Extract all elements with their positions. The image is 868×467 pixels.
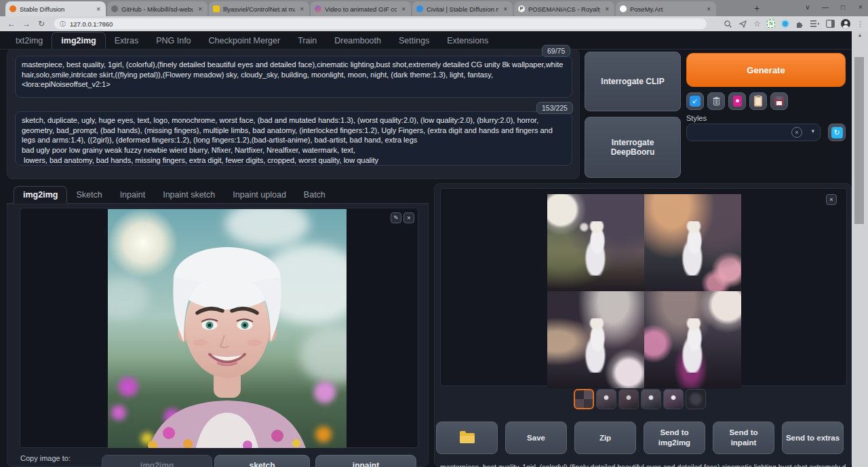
- result-image-grid[interactable]: [547, 194, 741, 388]
- copy-to-inpaint-button[interactable]: inpaint: [315, 455, 416, 467]
- window-minimize-button[interactable]: —: [816, 0, 834, 15]
- result-image-4[interactable]: [644, 291, 741, 388]
- clear-prompt-button[interactable]: [707, 92, 725, 110]
- thumbnail-2[interactable]: [596, 389, 616, 409]
- browser-tab-gif-converter[interactable]: Video to animated GIF converter ×: [311, 1, 411, 16]
- scrollbar-thumb[interactable]: [854, 57, 864, 224]
- tab-close-icon[interactable]: ×: [705, 5, 712, 13]
- browser-tab-civitai[interactable]: Civitai | Stable Diffusion model ×: [412, 1, 513, 16]
- scroll-up-icon[interactable]: ▲: [852, 33, 868, 37]
- browser-tab-posemyart[interactable]: PoseMy.Art ×: [616, 1, 716, 16]
- site-info-icon[interactable]: ⓘ: [60, 20, 66, 29]
- tab-checkpoint-merger[interactable]: Checkpoint Merger: [200, 33, 290, 49]
- tab-dreambooth[interactable]: Dreambooth: [326, 33, 390, 49]
- remove-image-icon[interactable]: ×: [403, 212, 414, 223]
- window-close-button[interactable]: ×: [852, 0, 868, 15]
- new-tab-button[interactable]: +: [750, 2, 764, 16]
- browser-tab-stable-diffusion[interactable]: Stable Diffusion ×: [5, 1, 106, 16]
- tab-list-icon[interactable]: [810, 20, 820, 28]
- styles-clear-icon[interactable]: ×: [791, 127, 802, 138]
- figure: [676, 318, 711, 373]
- open-folder-button[interactable]: [436, 422, 498, 454]
- source-image-dropzone[interactable]: ✎ ×: [20, 208, 418, 448]
- extensions-puzzle-icon[interactable]: [795, 20, 804, 29]
- tab-extensions[interactable]: Extensions: [438, 33, 497, 49]
- apply-styles-button[interactable]: [749, 92, 767, 110]
- result-image-3[interactable]: [547, 291, 644, 388]
- copy-to-sketch-button[interactable]: sketch: [214, 455, 310, 467]
- subtab-sketch[interactable]: Sketch: [67, 187, 111, 203]
- card-icon: [733, 96, 742, 107]
- result-image-2[interactable]: [644, 194, 741, 291]
- tab-search-icon[interactable]: ∨: [799, 0, 816, 15]
- close-gallery-icon[interactable]: ×: [826, 194, 837, 205]
- generate-button[interactable]: Generate: [686, 53, 846, 87]
- tab-close-icon[interactable]: ×: [95, 5, 102, 13]
- interrogate-deepbooru-button[interactable]: Interrogate DeepBooru: [585, 117, 681, 178]
- tab-train[interactable]: Train: [289, 33, 326, 49]
- share-icon[interactable]: [738, 20, 747, 29]
- thumbnail-1[interactable]: [574, 389, 594, 409]
- tab-settings[interactable]: Settings: [390, 33, 438, 49]
- generation-info-text: masterpiece, best quality, 1girl, (color…: [440, 463, 846, 467]
- extra-networks-button[interactable]: [728, 92, 746, 110]
- page-scrollbar[interactable]: ▲: [852, 31, 868, 467]
- thumbnail-6[interactable]: [686, 389, 706, 409]
- send-to-extras-button[interactable]: Send to extras: [782, 422, 844, 454]
- tab-close-icon[interactable]: ×: [502, 5, 509, 13]
- profile-avatar[interactable]: [841, 19, 850, 29]
- browser-tab-posemaniacs[interactable]: P POSEMANIACS - Royalty free 3 ×: [514, 1, 614, 16]
- zip-button[interactable]: Zip: [574, 422, 636, 454]
- reload-icon[interactable]: ↻: [34, 19, 49, 29]
- interrogate-clip-button[interactable]: Interrogate CLIP: [585, 52, 681, 111]
- tab-close-icon[interactable]: ×: [604, 5, 610, 13]
- window-maximize-button[interactable]: □: [834, 0, 852, 15]
- negative-prompt-input[interactable]: sketch, duplicate, ugly, huge eyes, text…: [15, 111, 572, 166]
- tab-close-icon[interactable]: ×: [197, 5, 203, 13]
- paste-generation-params-button[interactable]: ↙: [686, 92, 704, 110]
- thumbnail-3[interactable]: [618, 389, 639, 409]
- tab-extras[interactable]: Extras: [106, 33, 147, 49]
- results-panel: × Save Zip Send to img2img Send to inpai…: [434, 183, 852, 467]
- subtab-batch[interactable]: Batch: [295, 187, 334, 203]
- main-tab-bar: txt2img img2img Extras PNG Info Checkpoi…: [0, 31, 852, 50]
- edit-image-icon[interactable]: ✎: [391, 212, 401, 223]
- address-bar[interactable]: ⓘ 127.0.0.1:7860: [54, 18, 707, 29]
- send-to-inpaint-button[interactable]: Send to inpaint: [713, 422, 774, 454]
- favicon-gif-converter: [315, 5, 321, 12]
- result-image-1[interactable]: [547, 194, 644, 291]
- zoom-icon[interactable]: [724, 20, 732, 29]
- browser-tab-github[interactable]: GitHub - Mikubill/sd-webui-con ×: [107, 1, 208, 16]
- tab-img2img[interactable]: img2img: [52, 32, 105, 50]
- chevron-down-icon[interactable]: ▾: [811, 128, 814, 134]
- subtab-inpaint[interactable]: Inpaint: [111, 187, 155, 203]
- save-button[interactable]: Save: [505, 422, 567, 454]
- tab-close-icon[interactable]: ×: [400, 5, 407, 13]
- thumbnail-4[interactable]: [641, 389, 661, 409]
- save-style-button[interactable]: [770, 92, 788, 110]
- subtab-inpaint-upload[interactable]: Inpaint upload: [224, 187, 295, 203]
- bookmark-star-icon[interactable]: ☆: [753, 19, 761, 29]
- browser-menu-icon[interactable]: ⋮: [856, 20, 864, 29]
- forward-icon[interactable]: →: [19, 19, 34, 29]
- tab-png-info[interactable]: PNG Info: [147, 33, 199, 49]
- subtab-inpaint-sketch[interactable]: Inpaint sketch: [154, 187, 224, 203]
- browser-tab-controlnet[interactable]: lllyasviel/ControlNet at main ×: [209, 1, 309, 16]
- tab-txt2img[interactable]: txt2img: [7, 33, 52, 49]
- refresh-styles-button[interactable]: ↻: [828, 124, 846, 141]
- prompt-input[interactable]: masterpiece, best quality, 1girl, (color…: [15, 56, 572, 98]
- thumbnail-5[interactable]: [663, 389, 684, 409]
- styles-label: Styles: [686, 114, 707, 122]
- extension-n-icon[interactable]: N: [767, 20, 775, 28]
- copy-image-to-label: Copy image to:: [20, 454, 71, 462]
- send-to-img2img-button[interactable]: Send to img2img: [644, 422, 705, 454]
- clipboard-icon: [754, 96, 762, 107]
- favicon-github: [111, 5, 118, 12]
- tab-close-icon[interactable]: ×: [298, 5, 305, 13]
- side-panel-icon[interactable]: [826, 20, 835, 28]
- styles-dropdown[interactable]: × ▾: [686, 124, 821, 141]
- subtab-img2img[interactable]: img2img: [14, 186, 67, 204]
- back-icon[interactable]: ←: [4, 19, 19, 29]
- extension-blue-icon[interactable]: [781, 20, 789, 28]
- source-image[interactable]: [108, 209, 347, 448]
